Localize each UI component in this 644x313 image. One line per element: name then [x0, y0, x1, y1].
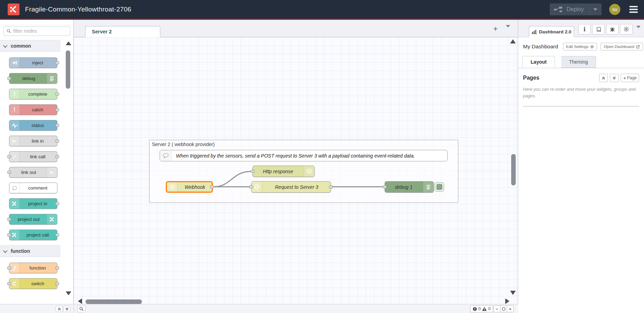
input-port[interactable] [383, 185, 387, 188]
header-red-underline [0, 19, 644, 20]
palette-scroll-down-arrow[interactable] [66, 291, 71, 295]
gear-icon [623, 26, 629, 32]
output-port[interactable] [55, 282, 59, 285]
double-chevron-up-icon [602, 76, 605, 80]
move-page-down-button[interactable] [610, 74, 619, 82]
palette-node-project-in[interactable]: project in [9, 198, 57, 209]
palette-node-link-out[interactable]: link out [9, 167, 57, 178]
input-port[interactable] [249, 185, 253, 188]
input-port[interactable] [251, 170, 255, 173]
zoom-out-button[interactable]: − [493, 305, 500, 312]
hscroll-right-arrow[interactable] [505, 298, 509, 304]
collapse-categories-button[interactable] [56, 306, 63, 312]
node-request-to-server-3[interactable]: Request to Server 3 [251, 181, 331, 193]
palette-node-debug[interactable]: debug [9, 73, 57, 84]
edit-settings-button[interactable]: Edit Settings [563, 43, 597, 50]
help-tab-button[interactable] [592, 24, 605, 34]
palette-scrollbar-thumb[interactable] [66, 50, 70, 89]
move-page-up-button[interactable] [599, 74, 608, 82]
hamburger-icon [629, 6, 638, 7]
palette-node-comment[interactable]: comment [9, 183, 57, 193]
palette-node-link-in[interactable]: link in [9, 136, 57, 146]
node-red-logo-icon [8, 3, 19, 15]
palette-category-common[interactable]: common [0, 40, 61, 52]
pages-help-text: Here you can re-order and move your widg… [518, 85, 644, 101]
input-port[interactable] [7, 282, 11, 285]
node-webhook[interactable]: Webhook [166, 181, 213, 193]
pages-header-row: Pages + Page [518, 68, 644, 85]
expand-categories-button[interactable] [63, 306, 70, 312]
main-menu-button[interactable] [628, 5, 639, 14]
debug-enable-toggle[interactable] [435, 182, 444, 192]
input-port[interactable] [7, 233, 11, 236]
add-page-button[interactable]: + Page [621, 74, 639, 82]
vscroll-down-arrow[interactable] [510, 291, 516, 295]
palette-node-complete[interactable]: ! complete [9, 89, 57, 99]
tab-theming[interactable]: Theming [561, 56, 596, 68]
error-count: 0 [478, 306, 481, 311]
double-chevron-up-icon [57, 307, 61, 311]
search-flows-button[interactable] [77, 305, 86, 312]
deploy-options-button[interactable] [589, 6, 597, 13]
output-port[interactable] [55, 61, 59, 64]
sidebar-options-button[interactable] [636, 28, 641, 34]
output-port[interactable] [55, 124, 59, 127]
node-label: debug [9, 76, 48, 81]
vscroll-thumb[interactable] [511, 154, 516, 185]
open-dashboard-button[interactable]: Open Dashboard [601, 43, 643, 50]
debug-tab-button[interactable] [606, 24, 619, 34]
node-http-response[interactable]: Http response [252, 166, 315, 177]
tab-server-2[interactable]: Server 2 [85, 26, 160, 37]
node-debug-1[interactable]: debug 1 [385, 181, 434, 193]
output-port[interactable] [329, 185, 333, 188]
palette-node-function[interactable]: ƒ function [9, 263, 57, 273]
flow-canvas[interactable]: Server 2 ( webhook provider) When trigge… [74, 37, 518, 313]
tab-layout[interactable]: Layout [522, 56, 555, 68]
input-port[interactable] [7, 171, 11, 174]
input-port[interactable] [7, 77, 11, 80]
pages-divider [523, 106, 639, 106]
vscroll-up-arrow[interactable] [510, 39, 516, 43]
palette-node-link-call[interactable]: link call [9, 151, 57, 162]
palette-node-switch[interactable]: switch [9, 278, 57, 289]
output-port[interactable] [55, 233, 59, 236]
input-port[interactable] [7, 155, 11, 158]
chevron-down-icon [593, 8, 597, 11]
hscroll-thumb[interactable] [86, 299, 142, 304]
hscroll-left-arrow[interactable] [78, 298, 82, 304]
zoom-in-button[interactable]: + [507, 305, 514, 312]
palette-node-inject[interactable]: inject [9, 57, 57, 68]
warning-icon [482, 307, 487, 311]
input-port[interactable] [7, 218, 11, 221]
node-label: catch [18, 107, 57, 112]
palette-node-catch[interactable]: ! catch [9, 104, 57, 115]
add-flow-button[interactable]: + [493, 25, 498, 33]
palette-node-project-call[interactable]: project call [9, 230, 57, 240]
output-port[interactable] [210, 185, 214, 188]
deploy-button[interactable]: Deploy [550, 3, 602, 15]
config-tab-button[interactable] [620, 24, 633, 34]
user-avatar[interactable]: su [609, 4, 620, 15]
palette-filter[interactable]: filter nodes [3, 26, 70, 36]
output-port[interactable] [55, 93, 59, 96]
output-port[interactable] [55, 155, 59, 158]
comment-node[interactable]: When triggered by the sensors, send a PO… [160, 150, 448, 161]
zoom-reset-button[interactable] [500, 305, 507, 312]
tab-dashboard-2[interactable]: Dashboard 2.0 [529, 26, 574, 37]
book-icon [596, 27, 601, 32]
notifications-status[interactable]: 0 0 [470, 305, 493, 312]
node-red-app: Fragile-Common-Yellowthroat-2706 Deploy … [0, 0, 644, 313]
palette-category-function[interactable]: function [0, 245, 61, 257]
comment-icon [160, 150, 172, 161]
flow-list-button[interactable] [506, 27, 510, 34]
palette-filter-placeholder: filter nodes [13, 28, 37, 34]
output-port[interactable] [55, 266, 59, 270]
output-port[interactable] [55, 108, 59, 111]
palette-node-status[interactable]: status [9, 120, 57, 131]
info-tab-button[interactable]: i [578, 24, 591, 34]
palette-scroll-up-arrow[interactable] [66, 41, 71, 45]
input-port[interactable] [7, 266, 11, 270]
output-port[interactable] [55, 139, 59, 143]
output-port[interactable] [55, 202, 59, 205]
palette-node-project-out[interactable]: project out [9, 214, 57, 225]
